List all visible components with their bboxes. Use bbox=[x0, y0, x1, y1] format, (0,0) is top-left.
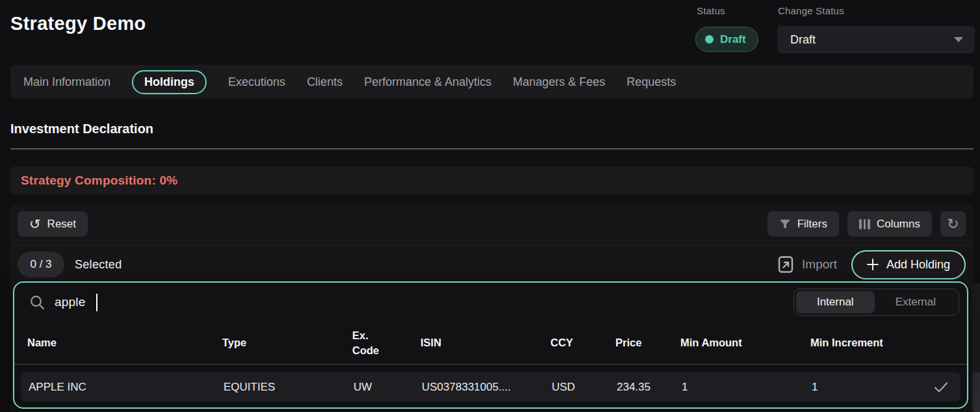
cell-name: APPLE INC bbox=[29, 381, 224, 394]
import-button[interactable]: Import bbox=[778, 256, 837, 273]
col-header-ccy: CCY bbox=[550, 337, 615, 349]
tab-executions[interactable]: Executions bbox=[228, 75, 285, 89]
section-divider bbox=[10, 148, 974, 149]
tab-holdings[interactable]: Holdings bbox=[132, 70, 207, 94]
tab-performance-analytics[interactable]: Performance & Analytics bbox=[364, 75, 491, 89]
refresh-icon: ↻ bbox=[947, 217, 959, 231]
strategy-page: Strategy Demo Status Draft Change Status… bbox=[0, 0, 980, 412]
chevron-down-icon bbox=[954, 37, 963, 42]
refresh-button[interactable]: ↻ bbox=[940, 211, 966, 237]
tab-requests[interactable]: Requests bbox=[626, 75, 676, 89]
text-cursor bbox=[96, 294, 98, 311]
page-title: Strategy Demo bbox=[10, 13, 146, 34]
cell-ex-code: UW bbox=[354, 381, 422, 394]
filters-button[interactable]: Filters bbox=[767, 211, 839, 237]
status-badge: Draft bbox=[695, 27, 758, 52]
status-dot-icon bbox=[705, 35, 714, 44]
results-table-header: Name Type Ex. Code ISIN CCY Price Min Am… bbox=[14, 322, 967, 365]
add-holding-label: Add Holding bbox=[886, 258, 950, 272]
cell-min-increment: 1 bbox=[812, 381, 922, 394]
col-header-isin: ISIN bbox=[420, 337, 550, 349]
toolbar-right-group: Filters Columns ↻ bbox=[767, 211, 966, 237]
tab-bar: Main Information Holdings Executions Cli… bbox=[10, 65, 974, 99]
tab-managers-fees[interactable]: Managers & Fees bbox=[513, 75, 605, 89]
cell-price: 234.35 bbox=[617, 381, 682, 394]
change-status-select[interactable]: Draft bbox=[777, 26, 975, 53]
col-header-min-amount: Min Amount bbox=[680, 337, 810, 349]
toggle-internal[interactable]: Internal bbox=[796, 291, 875, 313]
import-button-label: Import bbox=[802, 257, 837, 272]
selection-row: 0 / 3 Selected Import Add Holding bbox=[10, 246, 974, 283]
columns-button-label: Columns bbox=[877, 218, 920, 231]
section-title: Investment Declaration bbox=[10, 122, 153, 136]
reset-icon: ↺ bbox=[29, 217, 41, 231]
table-row-apple-inc[interactable]: APPLE INC EQUITIES UW US0378331005.... U… bbox=[21, 372, 961, 402]
plus-icon bbox=[867, 259, 879, 270]
change-status-label: Change Status bbox=[778, 5, 844, 16]
search-input[interactable]: apple bbox=[30, 294, 793, 311]
reset-button-label: Reset bbox=[47, 218, 76, 231]
cell-min-amount: 1 bbox=[682, 381, 812, 394]
columns-button[interactable]: Columns bbox=[847, 211, 932, 237]
cell-isin: US0378331005.... bbox=[422, 381, 552, 394]
scrollbar-thumb[interactable] bbox=[972, 372, 980, 412]
strategy-composition-label: Strategy Composition: 0% bbox=[21, 174, 177, 188]
col-header-price: Price bbox=[615, 337, 680, 349]
tab-clients[interactable]: Clients bbox=[307, 75, 342, 89]
check-icon bbox=[934, 381, 948, 393]
source-toggle: Internal External bbox=[793, 289, 959, 316]
search-row: apple Internal External bbox=[14, 283, 967, 322]
filters-button-label: Filters bbox=[797, 218, 827, 231]
cell-ccy: USD bbox=[552, 381, 617, 394]
col-header-min-increment: Min Increment bbox=[810, 337, 928, 349]
row-selected-indicator[interactable] bbox=[922, 381, 961, 393]
col-header-ex-code: Ex. Code bbox=[352, 328, 420, 357]
change-status-value: Draft bbox=[790, 33, 816, 47]
toggle-external[interactable]: External bbox=[875, 291, 957, 313]
selected-count-badge: 0 / 3 bbox=[18, 251, 64, 277]
import-file-icon bbox=[778, 256, 793, 273]
table-toolbar: ↺ Reset Filters Columns ↻ bbox=[10, 203, 974, 246]
search-input-value: apple bbox=[55, 295, 86, 309]
instrument-search-dropdown: apple Internal External Name Type Ex. Co… bbox=[13, 281, 968, 409]
filter-icon bbox=[779, 219, 791, 229]
status-label: Status bbox=[697, 5, 725, 16]
tab-main-information[interactable]: Main Information bbox=[23, 75, 110, 89]
col-header-type: Type bbox=[222, 337, 352, 349]
add-holding-button[interactable]: Add Holding bbox=[851, 250, 966, 279]
selected-label: Selected bbox=[75, 258, 122, 272]
reset-button[interactable]: ↺ Reset bbox=[18, 211, 88, 237]
columns-icon bbox=[859, 219, 870, 229]
status-badge-value: Draft bbox=[720, 33, 746, 46]
search-icon bbox=[30, 295, 45, 310]
cell-type: EQUITIES bbox=[224, 381, 354, 394]
col-header-name: Name bbox=[27, 337, 222, 349]
strategy-composition-bar: Strategy Composition: 0% bbox=[10, 166, 974, 194]
